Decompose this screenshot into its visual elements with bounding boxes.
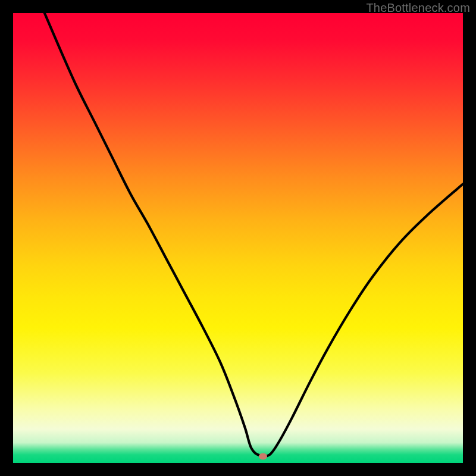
plot-area [13, 13, 463, 463]
chart-frame: TheBottleneck.com [0, 0, 476, 476]
bottleneck-curve [13, 13, 463, 463]
optimum-marker [259, 453, 267, 459]
